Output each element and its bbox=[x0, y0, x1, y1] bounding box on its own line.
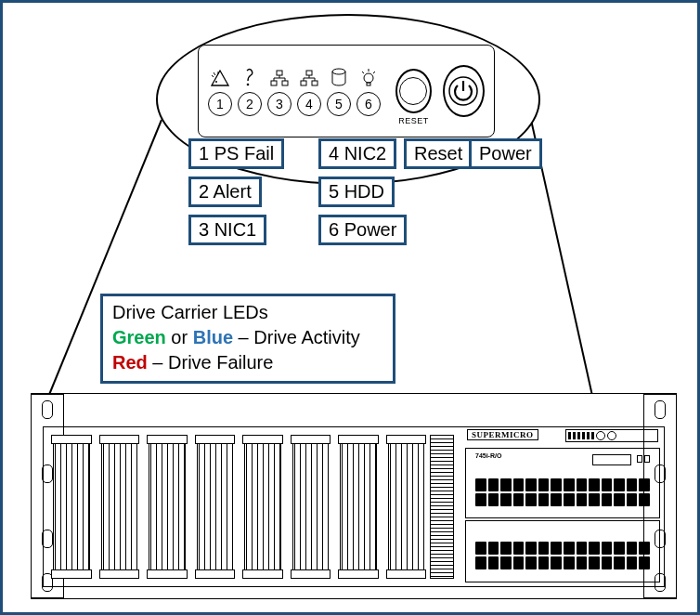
svg-rect-14 bbox=[312, 81, 318, 85]
legend-red: Red bbox=[112, 352, 148, 373]
label-hdd: 5 HDD bbox=[318, 177, 395, 207]
drive-bay bbox=[340, 435, 377, 579]
net-icon bbox=[269, 66, 290, 86]
module-top: 745i-R/O bbox=[465, 448, 660, 518]
module-knobs bbox=[637, 455, 650, 463]
led-number: 2 bbox=[238, 92, 262, 116]
drive-bay bbox=[53, 435, 90, 579]
label-power: 6 Power bbox=[318, 215, 407, 245]
svg-rect-12 bbox=[306, 71, 312, 75]
svg-line-6 bbox=[214, 72, 215, 75]
label-ps-fail: 1 PS Fail bbox=[188, 138, 284, 169]
brand-badge: SUPERMICRO bbox=[467, 429, 538, 440]
led-number: 5 bbox=[327, 92, 351, 116]
svg-rect-13 bbox=[301, 81, 306, 85]
led-number: 1 bbox=[208, 92, 232, 116]
power-button[interactable] bbox=[443, 65, 485, 117]
front-panel: 1 2 3 4 5 bbox=[198, 45, 495, 137]
svg-rect-9 bbox=[277, 71, 282, 75]
info-icon bbox=[240, 66, 260, 86]
svg-line-19 bbox=[362, 72, 364, 73]
svg-line-5 bbox=[212, 75, 214, 77]
label-alert: 2 Alert bbox=[188, 177, 262, 207]
net-icon bbox=[299, 66, 319, 86]
led-3: 3 bbox=[267, 66, 292, 116]
module-lcd bbox=[592, 454, 631, 465]
right-modules-area: SUPERMICRO 745i-R/O bbox=[461, 427, 664, 586]
led-1: 1 bbox=[208, 66, 232, 116]
svg-rect-17 bbox=[367, 83, 370, 85]
legend-green: Green bbox=[112, 327, 166, 347]
label-power-btn: Power bbox=[469, 138, 542, 169]
svg-rect-11 bbox=[282, 81, 288, 85]
drive-bays bbox=[53, 435, 424, 579]
drive-bay bbox=[388, 435, 425, 579]
svg-line-20 bbox=[373, 72, 375, 73]
led-number: 4 bbox=[297, 92, 321, 116]
mini-control-panel bbox=[565, 429, 658, 442]
drive-bay bbox=[292, 435, 330, 579]
module-bottom bbox=[465, 520, 660, 582]
led-number: 6 bbox=[356, 92, 381, 116]
svg-point-16 bbox=[364, 73, 373, 83]
svg-rect-10 bbox=[271, 81, 277, 85]
led-2: 2 bbox=[238, 66, 262, 116]
power-icon bbox=[447, 75, 479, 107]
reset-caption: RESET bbox=[398, 116, 429, 125]
drive-led-legend: Drive Carrier LEDs Green or Blue – Drive… bbox=[100, 294, 395, 384]
disk-icon bbox=[329, 66, 349, 86]
svg-point-8 bbox=[247, 84, 250, 86]
legend-title: Drive Carrier LEDs bbox=[112, 300, 383, 325]
module-label: 745i-R/O bbox=[475, 452, 501, 459]
led-4: 4 bbox=[297, 66, 321, 116]
label-nic1: 3 NIC1 bbox=[188, 215, 266, 245]
drive-bay bbox=[244, 435, 281, 579]
slim-slots bbox=[430, 435, 454, 579]
legend-line-failure: Red – Drive Failure bbox=[112, 350, 383, 375]
vent-grid bbox=[475, 478, 650, 506]
legend-line-activity: Green or Blue – Drive Activity bbox=[112, 325, 383, 350]
bulb-icon bbox=[358, 66, 379, 86]
label-nic2: 4 NIC2 bbox=[318, 138, 396, 169]
vent-grid bbox=[475, 542, 650, 569]
reset-button[interactable]: RESET bbox=[395, 69, 432, 113]
svg-point-4 bbox=[215, 81, 217, 83]
diagram-canvas: 1 2 3 4 5 bbox=[0, 0, 700, 615]
legend-blue: Blue bbox=[193, 327, 233, 347]
warn-icon bbox=[210, 66, 230, 86]
drive-bay bbox=[101, 435, 138, 579]
chassis-front: SUPERMICRO 745i-R/O bbox=[43, 426, 665, 587]
server-chassis: SUPERMICRO 745i-R/O bbox=[31, 393, 677, 599]
led-number: 3 bbox=[267, 92, 292, 116]
drive-bay bbox=[197, 435, 234, 579]
svg-point-15 bbox=[332, 69, 345, 74]
led-5: 5 bbox=[327, 66, 351, 116]
label-reset-btn: Reset bbox=[404, 138, 473, 169]
drive-bay bbox=[149, 435, 186, 579]
led-6: 6 bbox=[356, 66, 381, 116]
